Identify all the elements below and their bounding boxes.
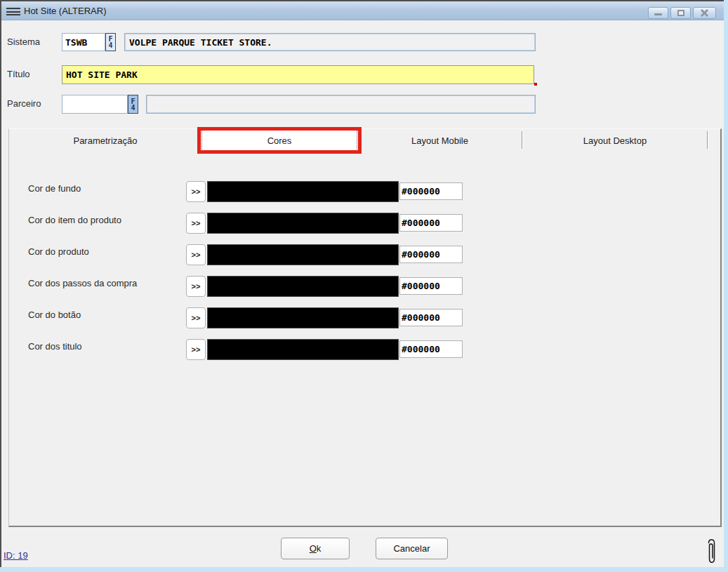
tab-separator — [522, 131, 522, 149]
color-row-label: Cor dos passos da compra — [28, 278, 137, 288]
color-hex-input[interactable] — [399, 277, 463, 295]
color-picker-button[interactable]: >> — [186, 213, 206, 234]
sistema-label: Sistema — [7, 36, 40, 47]
color-row-label: Cor de fundo — [28, 183, 81, 194]
color-hex-input[interactable] — [399, 340, 463, 358]
window-border-right — [724, 0, 728, 572]
window-border-top — [0, 0, 728, 1]
paperclip-icon[interactable] — [706, 536, 717, 568]
titulo-label: Título — [7, 69, 30, 79]
minimize-button[interactable] — [648, 7, 668, 19]
ok-button[interactable]: Ok — [281, 538, 350, 559]
parceiro-input[interactable] — [62, 95, 128, 114]
maximize-button[interactable] — [670, 7, 691, 19]
close-button[interactable] — [693, 7, 716, 19]
sistema-description-text: VOLPE PARQUE TICKET STORE. — [129, 37, 272, 48]
color-row-label: Cor do item do produto — [28, 215, 121, 225]
maximize-icon — [677, 10, 684, 16]
cancel-button[interactable]: Cancelar — [376, 538, 448, 559]
record-id-link[interactable]: ID: 19 — [4, 550, 28, 561]
color-picker-button[interactable]: >> — [186, 276, 206, 297]
color-row-label: Cor dos titulo — [28, 341, 82, 352]
ok-button-accel: O — [310, 543, 317, 554]
ok-button-rest: k — [317, 543, 322, 554]
color-hex-input[interactable] — [399, 309, 463, 326]
color-swatch[interactable] — [207, 181, 399, 202]
parceiro-description-field — [146, 95, 536, 114]
required-field-dot — [534, 83, 537, 86]
color-swatch[interactable] — [207, 213, 399, 234]
color-picker-button[interactable]: >> — [186, 307, 206, 328]
sistema-f4-lookup-button[interactable]: F 4 — [105, 33, 116, 51]
sistema-description-field: VOLPE PARQUE TICKET STORE. — [124, 33, 536, 51]
tab-layout-mobile[interactable]: Layout Mobile — [357, 130, 522, 151]
minimize-icon — [654, 13, 662, 15]
color-swatch[interactable] — [207, 307, 399, 328]
color-hex-input[interactable] — [399, 246, 463, 263]
color-row-label: Cor do botão — [28, 310, 81, 320]
tab-layout-desktop[interactable]: Layout Desktop — [522, 130, 708, 151]
color-picker-button[interactable]: >> — [186, 244, 206, 265]
color-picker-button[interactable]: >> — [186, 339, 206, 360]
tab-parametrizacao[interactable]: Parametrização — [9, 130, 201, 151]
titulo-input[interactable] — [62, 65, 534, 84]
titlebar: Hot Site (ALTERAR) — [1, 1, 724, 20]
parceiro-label: Parceiro — [7, 98, 41, 109]
color-hex-input[interactable] — [399, 182, 463, 200]
color-swatch[interactable] — [207, 339, 399, 360]
window-title: Hot Site (ALTERAR) — [24, 6, 107, 16]
close-icon — [700, 9, 709, 17]
window-border-left — [0, 0, 1, 572]
f4-icon-bottom: 4 — [131, 105, 135, 111]
sistema-input[interactable] — [62, 33, 105, 51]
color-hex-input[interactable] — [399, 214, 463, 232]
red-highlight-annotation — [197, 127, 362, 154]
tab-separator — [707, 131, 708, 149]
color-picker-button[interactable]: >> — [186, 181, 206, 202]
window-border-bottom — [0, 568, 728, 572]
parceiro-f4-lookup-button[interactable]: F 4 — [128, 95, 138, 114]
color-swatch[interactable] — [207, 244, 399, 265]
f4-icon-bottom: 4 — [108, 42, 112, 48]
hamburger-menu-icon[interactable] — [6, 8, 20, 18]
color-row-label: Cor do produto — [28, 246, 89, 257]
tab-panel: Parametrização Cores Layout Mobile Layou… — [8, 128, 722, 527]
color-swatch[interactable] — [207, 276, 399, 297]
